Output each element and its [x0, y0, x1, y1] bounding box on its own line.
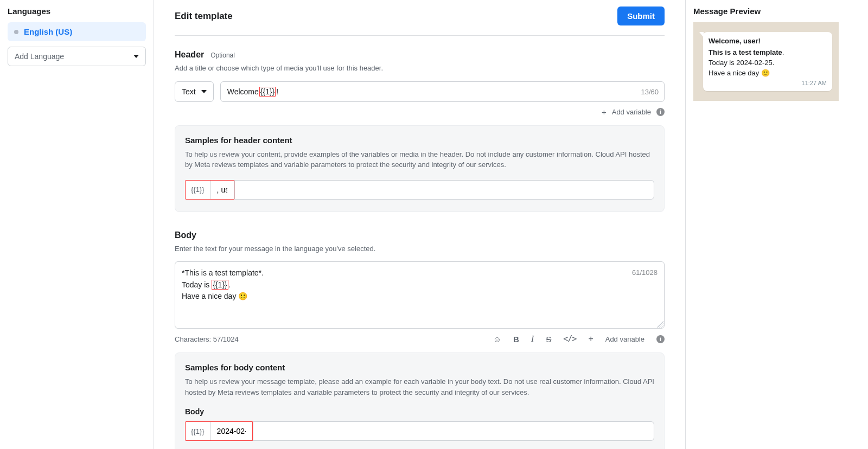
- header-input-variable: {{1}}: [259, 87, 276, 97]
- body-line2-prefix: Today is: [182, 280, 212, 289]
- header-input-prefix: Welcome: [227, 87, 259, 96]
- body-toolbar: Characters: 57/1024 ☺ B I S </> + Add va…: [175, 334, 665, 344]
- body-samples-card: Samples for body content To help us revi…: [175, 352, 665, 449]
- header-sample-row: {{1}}: [185, 180, 654, 200]
- header-sample-value-input[interactable]: [210, 181, 234, 199]
- body-line-2: Today is {{1}}.: [182, 279, 658, 291]
- header-description: Add a title or choose which type of medi…: [175, 63, 665, 74]
- body-add-variable-link[interactable]: Add variable: [605, 335, 644, 343]
- preview-title: Message Preview: [693, 7, 839, 16]
- preview-chat-background: Welcome, user! This is a test template. …: [693, 22, 839, 101]
- body-samples-title: Samples for body content: [185, 363, 654, 372]
- chevron-down-icon: [133, 55, 139, 58]
- strikethrough-icon[interactable]: S: [546, 335, 551, 344]
- header-section-title: Header Optional: [175, 50, 665, 60]
- preview-body-bold: This is a test template: [709, 48, 782, 56]
- message-preview-panel: Message Preview Welcome, user! This is a…: [686, 0, 846, 449]
- add-variable-link[interactable]: Add variable: [612, 108, 651, 116]
- body-sample-value-extra[interactable]: [253, 421, 654, 441]
- header-sample-var-label: {{1}}: [186, 181, 210, 199]
- page-title: Edit template: [175, 11, 233, 22]
- header-samples-card: Samples for header content To help us re…: [175, 125, 665, 212]
- languages-heading: Languages: [8, 7, 146, 16]
- submit-button[interactable]: Submit: [617, 7, 665, 25]
- language-item-label: English (US): [24, 27, 72, 36]
- body-line-1: *This is a test template*.: [182, 267, 658, 279]
- body-line2-variable: {{1}}: [212, 280, 228, 290]
- body-heading: Body: [175, 230, 196, 240]
- header-samples-title: Samples for header content: [185, 136, 654, 145]
- header-sample-value-extra[interactable]: [234, 180, 654, 200]
- resize-handle-icon[interactable]: [657, 321, 663, 328]
- preview-body-suffix: .: [782, 48, 784, 56]
- body-sample-row: {{1}}: [185, 421, 654, 441]
- languages-sidebar: Languages English (US) Add Language: [0, 0, 154, 449]
- edit-template-main: Edit template Submit Header Optional Add…: [154, 0, 686, 449]
- chevron-down-icon: [201, 90, 207, 93]
- preview-body-line-2: Today is 2024-02-25.: [709, 58, 827, 68]
- body-line-3: Have a nice day 🙂: [182, 291, 658, 303]
- body-char-count-top: 61/1028: [632, 267, 658, 278]
- body-textarea[interactable]: *This is a test template*. Today is {{1}…: [175, 261, 665, 329]
- body-description: Enter the text for your message in the l…: [175, 243, 665, 254]
- header-heading: Header: [175, 50, 204, 60]
- preview-message-bubble: Welcome, user! This is a test template. …: [703, 32, 832, 91]
- body-samples-description: To help us review your message template,…: [185, 376, 654, 397]
- code-icon[interactable]: </>: [563, 334, 576, 344]
- body-samples-subheading: Body: [185, 407, 654, 416]
- body-sample-var-label: {{1}}: [186, 422, 210, 440]
- info-icon[interactable]: i: [656, 335, 665, 343]
- body-characters-label: Characters: 57/1024: [175, 335, 239, 343]
- add-language-label: Add Language: [15, 52, 64, 61]
- preview-timestamp: 11:27 AM: [709, 79, 827, 88]
- preview-body-line-1: This is a test template.: [709, 48, 827, 58]
- bold-icon[interactable]: B: [513, 335, 519, 344]
- italic-icon[interactable]: I: [531, 334, 534, 344]
- body-section-title: Body: [175, 230, 665, 240]
- body-sample-value-input[interactable]: [210, 422, 252, 440]
- header-input-suffix: !: [276, 87, 278, 96]
- header-type-dropdown[interactable]: Text: [175, 81, 214, 102]
- preview-body-line-3: Have a nice day 🙂: [709, 68, 827, 79]
- status-dot-icon: [14, 30, 18, 34]
- header-samples-description: To help us review your content, provide …: [185, 149, 654, 170]
- info-icon[interactable]: i: [656, 108, 665, 116]
- optional-badge: Optional: [210, 52, 235, 59]
- language-item-english[interactable]: English (US): [8, 22, 146, 41]
- topbar: Edit template Submit: [175, 7, 665, 36]
- header-char-count: 13/60: [641, 87, 659, 95]
- body-line2-suffix: .: [228, 280, 231, 289]
- header-type-value: Text: [182, 87, 196, 96]
- plus-icon: +: [602, 107, 607, 117]
- plus-icon: +: [588, 334, 593, 344]
- preview-header-line: Welcome, user!: [709, 36, 827, 47]
- header-text-input[interactable]: Welcome{{1}}! 13/60: [220, 81, 665, 102]
- add-language-dropdown[interactable]: Add Language: [8, 47, 146, 66]
- emoji-icon[interactable]: ☺: [493, 335, 501, 344]
